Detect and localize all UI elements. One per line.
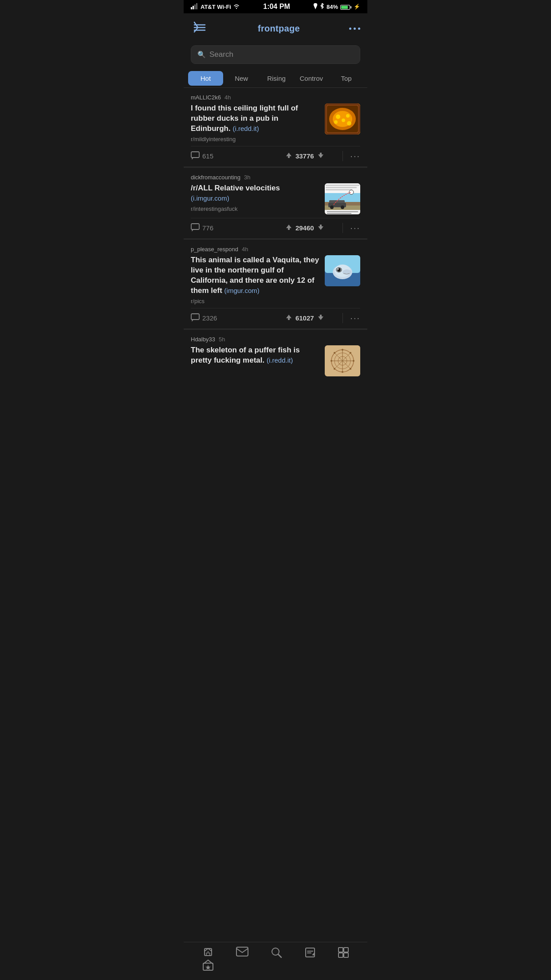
svg-marker-68 (205, 965, 211, 970)
more-options-button[interactable]: ··· (342, 151, 360, 161)
downvote-icon[interactable] (318, 151, 324, 161)
search-bar[interactable]: 🔍 Search (191, 45, 360, 64)
svg-point-59 (353, 360, 354, 362)
svg-rect-23 (326, 187, 357, 188)
nav-search[interactable] (271, 947, 282, 971)
post-title[interactable]: This animal is called a Vaquita, they li… (191, 255, 319, 296)
tab-new[interactable]: New (224, 69, 259, 87)
nav-compose[interactable] (304, 947, 316, 971)
vote-count: 29460 (295, 224, 314, 232)
svg-point-14 (336, 115, 340, 119)
upvote-icon[interactable] (286, 151, 292, 161)
menu-dot-3 (358, 28, 360, 30)
svg-point-17 (334, 120, 338, 124)
svg-rect-77 (338, 953, 343, 957)
svg-rect-1 (193, 6, 194, 9)
svg-rect-22 (326, 185, 359, 186)
post-meta: dickfromaccounting 3h (191, 174, 360, 181)
post-title[interactable]: The skeleton of a puffer fish is pretty … (191, 345, 319, 366)
post-source: (i.redd.it) (267, 356, 293, 364)
header-menu[interactable] (349, 28, 360, 30)
svg-point-30 (330, 205, 334, 209)
battery-icon (340, 4, 351, 10)
svg-marker-66 (207, 951, 209, 952)
downvote-icon[interactable] (318, 313, 324, 323)
comment-count: 2326 (202, 314, 217, 322)
post-subreddit[interactable]: r/mildlyinteresting (191, 136, 319, 142)
post-subreddit[interactable]: r/pics (191, 298, 319, 304)
post-content: This animal is called a Vaquita, they li… (191, 255, 360, 304)
post-subreddit[interactable]: r/interestingasfuck (191, 205, 319, 212)
post-thumbnail[interactable] (325, 255, 360, 286)
svg-rect-46 (191, 314, 199, 320)
home-icon (203, 947, 213, 957)
comment-count: 776 (202, 224, 213, 232)
nav-mail[interactable] (236, 947, 248, 971)
search-container: 🔍 Search (184, 42, 367, 69)
vote-count: 33776 (295, 152, 314, 160)
post-item: dickfromaccounting 3h /r/ALL Relative ve… (184, 168, 367, 240)
svg-point-43 (338, 268, 339, 269)
svg-line-71 (278, 954, 281, 957)
tab-controv[interactable]: Controv (294, 69, 329, 87)
downvote-icon[interactable] (318, 223, 324, 233)
post-source: (imgur.com) (224, 287, 260, 294)
svg-point-18 (347, 121, 351, 126)
comments-button[interactable]: 615 (191, 151, 267, 161)
post-item: p_please_respond 4h This animal is calle… (184, 240, 367, 330)
menu-dot-2 (354, 28, 356, 30)
post-thumbnail[interactable] (325, 103, 360, 134)
svg-point-56 (342, 349, 343, 351)
svg-point-60 (334, 352, 335, 354)
page-title: frontpage (258, 24, 300, 34)
comments-button[interactable]: 2326 (191, 313, 267, 323)
status-right: 84% ⚡ (313, 3, 360, 11)
upvote-icon[interactable] (286, 223, 292, 233)
menu-dot-1 (349, 28, 351, 30)
post-username[interactable]: dickfromaccounting (191, 174, 240, 181)
post-content: /r/ALL Relative velocities (i.imgur.com)… (191, 183, 360, 214)
post-username[interactable]: Hdalby33 (191, 336, 215, 343)
svg-rect-34 (327, 211, 358, 212)
svg-point-63 (350, 368, 351, 370)
tab-top[interactable]: Top (329, 69, 364, 87)
svg-rect-35 (327, 213, 351, 214)
post-thumbnail[interactable] (325, 183, 360, 214)
nav-grid[interactable] (338, 947, 349, 971)
svg-rect-0 (191, 7, 192, 9)
comments-button[interactable]: 776 (191, 223, 267, 233)
battery-percentage: 84% (327, 4, 338, 10)
upvote-icon[interactable] (286, 313, 292, 323)
post-title[interactable]: /r/ALL Relative velocities (i.imgur.com) (191, 183, 319, 204)
bluetooth-icon (320, 3, 324, 11)
svg-point-62 (334, 368, 335, 370)
vote-area: 29460 (267, 223, 342, 233)
post-username[interactable]: mALLIC2k6 (191, 94, 221, 101)
app-logo[interactable] (191, 19, 209, 38)
svg-rect-2 (194, 4, 196, 9)
status-bar: AT&T Wi-Fi 1:04 PM 84% ⚡ (184, 0, 367, 13)
svg-point-57 (342, 371, 343, 373)
grid-icon (338, 947, 349, 958)
svg-rect-24 (326, 189, 352, 190)
svg-point-31 (341, 205, 344, 209)
tab-rising[interactable]: Rising (259, 69, 294, 87)
svg-rect-78 (344, 953, 348, 957)
signal-icon (191, 3, 199, 11)
post-source: (i.redd.it) (232, 125, 259, 132)
tab-hot[interactable]: Hot (188, 71, 223, 86)
post-username[interactable]: p_please_respond (191, 246, 238, 253)
more-options-button[interactable]: ··· (342, 223, 360, 233)
svg-point-32 (349, 190, 354, 194)
comment-icon (191, 223, 200, 233)
post-content: The skeleton of a puffer fish is pretty … (191, 345, 360, 376)
svg-point-15 (342, 119, 345, 122)
post-actions: 2326 61027 ··· (191, 308, 360, 328)
post-thumbnail[interactable] (325, 345, 360, 376)
post-title[interactable]: I found this ceiling light full of rubbe… (191, 103, 319, 134)
nav-home[interactable] (202, 947, 214, 971)
comment-icon (191, 151, 200, 161)
charging-icon: ⚡ (354, 4, 360, 10)
header: frontpage (184, 13, 367, 42)
more-options-button[interactable]: ··· (342, 313, 360, 323)
